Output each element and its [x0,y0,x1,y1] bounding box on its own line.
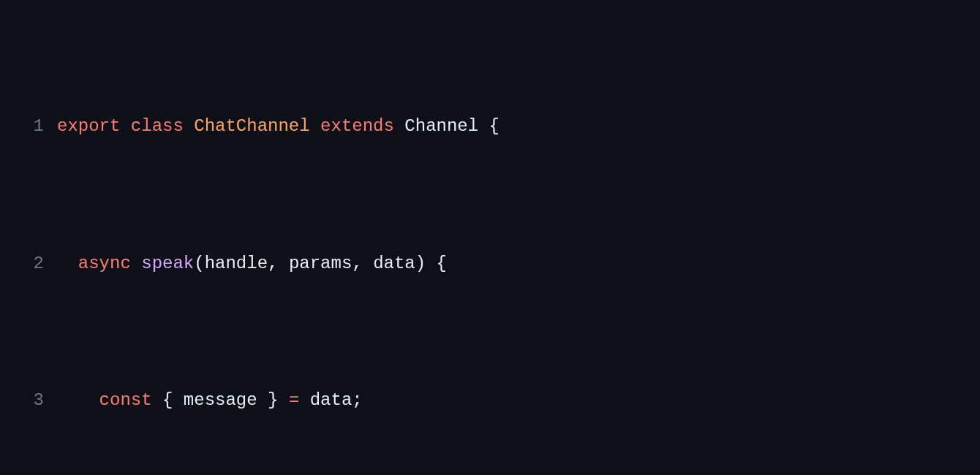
code-content: const { message } = data; [57,384,980,418]
line-number: 3 [0,384,57,418]
brace-open: { [162,390,173,410]
brace-open: { [489,116,500,136]
comma: , [268,254,278,273]
keyword-export: export [57,116,120,136]
semicolon: ; [352,390,362,410]
brace-close: } [268,390,278,410]
code-line: 2 async speak(handle, params, data) { [0,247,980,281]
code-content: export class ChatChannel extends Channel… [57,110,980,144]
keyword-async: async [78,254,131,273]
keyword-extends: extends [320,116,394,136]
line-number: 2 [0,247,57,281]
var-message: message [184,390,257,410]
param-params: params [289,254,352,273]
comma: , [352,254,362,273]
operator-eq: = [289,390,299,410]
param-data: data [373,254,415,273]
class-name: ChatChannel [194,116,309,136]
paren-open: ( [194,254,204,273]
identifier-data: data [310,390,353,410]
identifier-channel: Channel [404,116,478,136]
keyword-const: const [99,390,152,410]
code-content: async speak(handle, params, data) { [57,247,980,281]
line-number: 1 [0,110,57,144]
code-block: 1 export class ChatChannel extends Chann… [0,0,980,475]
method-speak: speak [141,254,194,273]
param-handle: handle [205,254,268,273]
code-line: 3 const { message } = data; [0,384,980,418]
paren-close: ) [415,254,426,273]
keyword-class: class [131,116,184,136]
code-line: 1 export class ChatChannel extends Chann… [0,110,980,144]
brace-open: { [437,254,447,273]
